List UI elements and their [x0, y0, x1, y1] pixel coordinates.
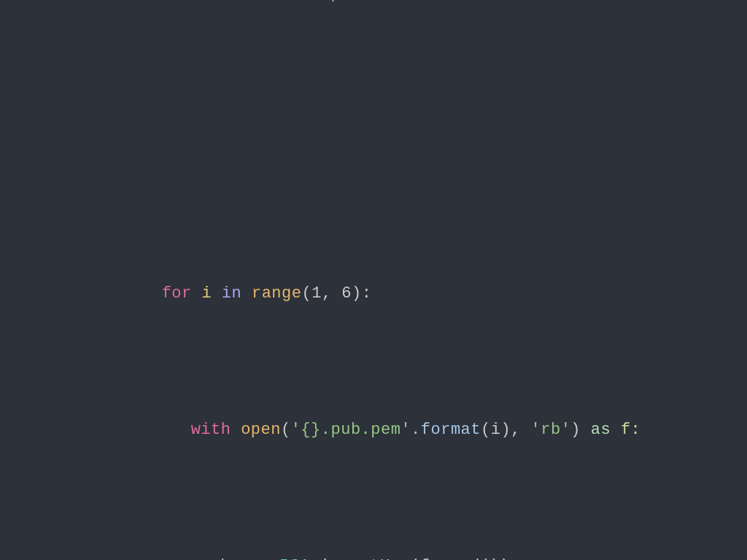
in-keyword: in	[222, 284, 241, 303]
open-builtin-1: open	[241, 421, 281, 439]
line-with1: with open('{}.pub.pem'.format(i), 'rb') …	[101, 389, 645, 471]
for-keyword: for	[162, 284, 192, 303]
fread-call: (f.read())	[410, 557, 510, 560]
format-method-1: .format	[411, 421, 481, 439]
line-blank2	[101, 171, 645, 198]
line-for: for i in range(1, 6):	[101, 253, 645, 335]
key-assign: key =	[220, 557, 280, 560]
rb-string: 'rb'	[531, 421, 571, 439]
importkey-method: .importKey	[310, 557, 410, 560]
flag-name: FLAG	[381, 0, 421, 3]
with1-args: (i),	[481, 421, 521, 439]
for-args: (1, 6)	[301, 284, 361, 303]
file-var-f1: f:	[621, 421, 640, 439]
as-keyword-1: as	[591, 421, 611, 439]
range-builtin: range	[252, 284, 302, 303]
from-keyword-2: from	[191, 0, 231, 3]
pub-pem-string: '{}.pub.pem'	[291, 421, 411, 439]
module-secret: secret	[241, 0, 301, 3]
import-keyword-2: import	[311, 0, 371, 3]
loop-var-i: i	[201, 284, 212, 303]
line-blank1	[101, 89, 645, 116]
for-colon: :	[362, 284, 372, 303]
code-block: #!/usr/bin/env python3 from Crypto.Publi…	[101, 0, 645, 560]
line-key: key = RSA.importKey(f.read())	[101, 526, 645, 560]
with-keyword-1: with	[191, 421, 231, 439]
rsa-var: RSA	[280, 557, 310, 560]
code-container: #!/usr/bin/env python3 from Crypto.Publi…	[0, 0, 747, 560]
line-import2: from secret import FLAG	[101, 0, 645, 34]
